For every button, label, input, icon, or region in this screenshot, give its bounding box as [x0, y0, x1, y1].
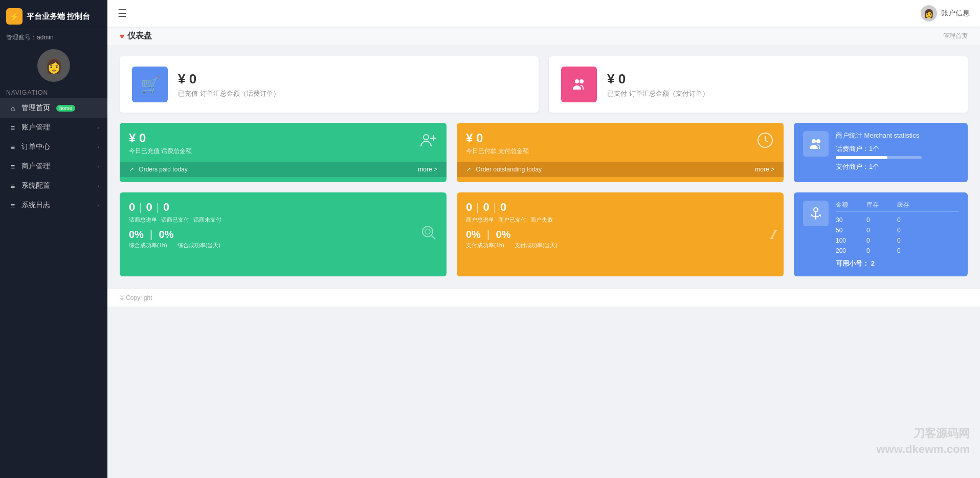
svg-line-7	[765, 140, 768, 142]
sidebar-admin-label: 管理账号：admin	[0, 30, 107, 44]
card-today-recharge-top: ¥ 0 今日已充值 话费总金额	[120, 123, 447, 162]
card-green-footer: ↗ Orders paid today more >	[120, 162, 447, 177]
inventory-table-header: 金额 库存 缓存	[836, 201, 959, 212]
copyright-text: © Copyright	[120, 294, 152, 301]
italic-icon: 𝐼	[770, 227, 774, 243]
sidebar-item-system-label: 系统配置	[21, 181, 50, 190]
merchant-stats-row: 0 | 0 | 0	[466, 201, 774, 214]
table-row: 100 0 0	[836, 235, 959, 246]
card-phone-orders: 0 | 0 | 0 话商总进单 话商已支付 话商未支付 0% | 0%	[120, 192, 447, 276]
logo-icon: ⚡	[6, 8, 23, 25]
card-today-recharge: ¥ 0 今日已充值 话费总金额	[120, 123, 447, 182]
card-today-payment: ¥ 0 今日已付款 支付总金额 ↗	[457, 123, 784, 182]
sidebar-item-orders[interactable]: ≡ 订单中心 ›	[0, 137, 107, 157]
merchant-phone-count: 话费商户：1个	[836, 144, 959, 154]
progress-fill	[836, 156, 887, 159]
table-row: 30 0 0	[836, 215, 959, 225]
home-badge: home	[56, 105, 75, 112]
stat-card-paid-info: ¥ 0 已支付 订单汇总金额（支付订单）	[607, 71, 709, 98]
person-add-icon	[419, 131, 437, 153]
merchant-arrow-icon: ›	[97, 163, 99, 169]
stat-card-paid: ¥ 0 已支付 订单汇总金额（支付订单）	[549, 56, 968, 113]
merchant-rate-row: 0% | 0%	[466, 229, 774, 241]
clock-icon	[756, 131, 774, 153]
topbar: ☰ 👩 账户信息	[107, 0, 980, 27]
card-today-payment-top: ¥ 0 今日已付款 支付总金额	[457, 123, 784, 162]
system-icon: ≡	[8, 182, 17, 190]
nav-section-label: Navigation	[0, 86, 107, 98]
menu-toggle-button[interactable]: ☰	[118, 7, 127, 19]
footer: © Copyright	[107, 289, 980, 307]
yellow-footer-text: ↗ Order outstanding today	[466, 166, 542, 173]
merchant-icon: ≡	[8, 162, 17, 171]
sidebar-item-home-label: 管理首页	[21, 103, 50, 113]
middle-cards: ¥ 0 今日已充值 话费总金额	[120, 123, 968, 182]
sidebar-item-merchant[interactable]: ≡ 商户管理 ›	[0, 157, 107, 176]
logs-icon: ≡	[8, 201, 17, 210]
svg-point-0	[575, 79, 579, 83]
svg-point-9	[816, 139, 820, 143]
today-payment-desc: 今日已付款 支付总金额	[466, 147, 529, 156]
inventory-table-data: 金额 库存 缓存 30 0 0 50 0 0	[836, 201, 959, 268]
yellow-more-link[interactable]: more >	[755, 166, 774, 173]
topbar-avatar: 👩	[921, 5, 937, 21]
sidebar-item-account[interactable]: ≡ 账户管理 ›	[0, 118, 107, 137]
merchant-stats-info: 商户统计 Merchant statistics 话费商户：1个 支付商户：1个	[836, 131, 959, 174]
svg-line-16	[820, 214, 821, 216]
topbar-user-label: 账户信息	[941, 9, 970, 18]
svg-line-15	[811, 214, 812, 216]
anchor-icon	[803, 201, 829, 226]
sidebar-item-home[interactable]: ⌂ 管理首页 home	[0, 98, 107, 118]
sidebar-item-logs[interactable]: ≡ 系统日志 ›	[0, 195, 107, 215]
sidebar-avatar-container: 👩	[0, 44, 107, 86]
phone-total: 0	[129, 201, 135, 214]
home-icon: ⌂	[8, 104, 17, 113]
sidebar-item-logs-label: 系统日志	[21, 201, 50, 210]
users-icon	[561, 67, 597, 102]
green-more-link[interactable]: more >	[418, 166, 437, 173]
svg-point-12	[425, 229, 430, 234]
breadcrumb: 管理首页	[943, 32, 968, 40]
green-footer-text: ↗ Orders paid today	[129, 166, 188, 173]
merchant-stats-title: 商户统计 Merchant statistics	[836, 131, 959, 140]
account-arrow-icon: ›	[97, 124, 99, 131]
cart-icon: 🛒	[132, 67, 168, 102]
sidebar-item-system[interactable]: ≡ 系统配置 ›	[0, 176, 107, 195]
avatar: 👩	[37, 49, 70, 82]
topbar-user[interactable]: 👩 账户信息	[921, 5, 970, 21]
phone-rate-labels: 综合成功率(1h) 综合成功率(当天)	[129, 242, 437, 249]
svg-line-11	[431, 235, 435, 240]
phone-unpaid: 0	[163, 201, 169, 214]
svg-point-1	[580, 79, 584, 83]
phone-paid: 0	[146, 201, 152, 214]
today-payment-amount: ¥ 0	[466, 131, 529, 145]
available-count-row: 可用小号： 2	[836, 259, 959, 268]
today-recharge-desc: 今日已充值 话费总金额	[129, 147, 192, 156]
page-title: 仪表盘	[127, 31, 152, 41]
merchant-total: 0	[466, 201, 472, 214]
sidebar-item-account-label: 账户管理	[21, 123, 50, 132]
merchant-rate-day: 0%	[496, 229, 511, 241]
card-merchant-orders: 0 | 0 | 0 商户总进单 商户已支付 商户失败 0% | 0%	[457, 192, 784, 276]
merchant-payment-count: 支付商户：1个	[836, 162, 959, 171]
merchant-rate-labels: 支付成功率(1h) 支付成功率(当天)	[466, 242, 774, 249]
account-icon: ≡	[8, 123, 17, 132]
phone-stat-labels: 话商总进单 话商已支付 话商未支付	[129, 216, 437, 224]
paid-amount: ¥ 0	[607, 71, 709, 87]
search-icon	[420, 224, 437, 245]
sidebar-item-orders-label: 订单中心	[21, 142, 50, 151]
merchant-stat-labels: 商户总进单 商户已支付 商户失败	[466, 216, 774, 224]
sidebar-header: ⚡ 平台业务端 控制台	[0, 0, 107, 30]
stat-card-recharge-info: ¥ 0 已充值 订单汇总金额（话费订单）	[178, 71, 280, 98]
paid-desc: 已支付 订单汇总金额（支付订单）	[607, 89, 709, 98]
merchant-stats-card: 商户统计 Merchant statistics 话费商户：1个 支付商户：1个	[794, 123, 968, 182]
system-arrow-icon: ›	[97, 183, 99, 189]
merchant-paid: 0	[483, 201, 489, 214]
table-row: 50 0 0	[836, 225, 959, 235]
recharge-desc: 已充值 订单汇总金额（话费订单）	[178, 89, 280, 98]
orders-arrow-icon: ›	[97, 144, 99, 150]
main-content: ♥ 仪表盘 管理首页 🛒 ¥ 0 已充值 订单汇总金额（话费订单）	[107, 27, 980, 478]
phone-rate-row: 0% | 0%	[129, 229, 437, 241]
sidebar-item-merchant-label: 商户管理	[21, 162, 50, 171]
stat-card-recharge: 🛒 ¥ 0 已充值 订单汇总金额（话费订单）	[120, 56, 539, 113]
